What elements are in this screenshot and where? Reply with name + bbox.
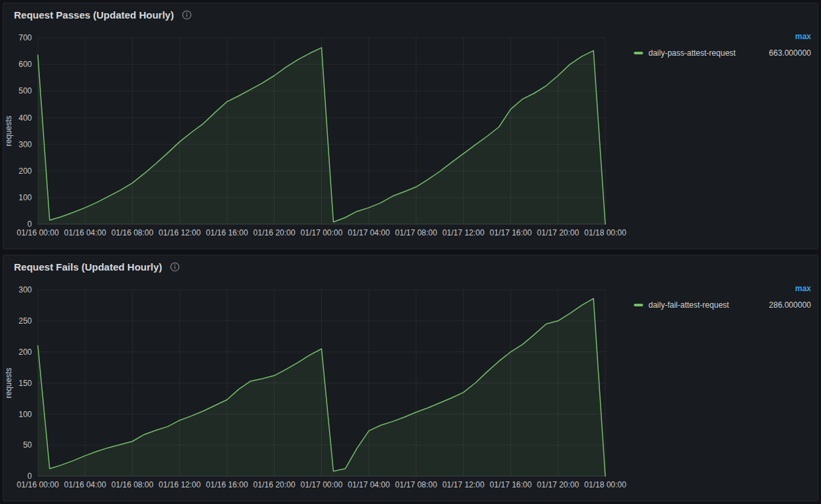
- svg-text:600: 600: [19, 60, 32, 69]
- svg-text:01/16 08:00: 01/16 08:00: [112, 480, 154, 489]
- svg-text:01/16 00:00: 01/16 00:00: [17, 480, 59, 489]
- time-series-chart[interactable]: 05010015020025030001/16 00:0001/16 04:00…: [3, 278, 634, 501]
- panel-title[interactable]: Request Passes (Updated Hourly): [14, 9, 174, 21]
- svg-text:requests: requests: [4, 367, 13, 398]
- legend-max-header[interactable]: max: [634, 284, 811, 293]
- series-max-value: 286.000000: [769, 298, 811, 312]
- grafana-dashboard: Request Passes (Updated Hourly) 01002003…: [0, 0, 821, 504]
- time-series-canvas[interactable]: 010020030040050060070001/16 00:0001/16 0…: [3, 27, 634, 241]
- svg-text:50: 50: [23, 440, 33, 450]
- svg-text:01/18 00:00: 01/18 00:00: [584, 480, 627, 489]
- svg-text:01/17 20:00: 01/17 20:00: [537, 228, 579, 237]
- panel-request-passes: Request Passes (Updated Hourly) 01002003…: [3, 3, 818, 249]
- svg-text:01/16 08:00: 01/16 08:00: [112, 228, 154, 237]
- time-series-chart[interactable]: 010020030040050060070001/16 00:0001/16 0…: [3, 26, 634, 249]
- svg-text:01/16 04:00: 01/16 04:00: [64, 228, 107, 237]
- svg-text:01/17 08:00: 01/17 08:00: [395, 480, 437, 489]
- time-series-canvas[interactable]: 05010015020025030001/16 00:0001/16 04:00…: [3, 279, 634, 493]
- panel-header: Request Passes (Updated Hourly): [3, 3, 818, 26]
- svg-text:200: 200: [19, 347, 32, 357]
- svg-text:01/17 16:00: 01/17 16:00: [490, 480, 532, 489]
- info-icon[interactable]: [182, 10, 192, 20]
- svg-text:01/17 20:00: 01/17 20:00: [537, 480, 579, 489]
- svg-text:200: 200: [19, 166, 32, 176]
- svg-text:01/17 04:00: 01/17 04:00: [348, 480, 390, 489]
- series-max-value: 663.000000: [769, 46, 811, 60]
- legend: max daily-pass-attest-request 663.000000: [634, 26, 818, 249]
- series-name[interactable]: daily-pass-attest-request: [648, 46, 735, 60]
- svg-text:100: 100: [19, 410, 32, 419]
- svg-text:01/16 12:00: 01/16 12:00: [159, 228, 201, 237]
- svg-text:500: 500: [19, 86, 32, 95]
- svg-text:250: 250: [19, 316, 32, 326]
- svg-text:01/17 00:00: 01/17 00:00: [301, 228, 343, 237]
- svg-text:400: 400: [19, 113, 32, 123]
- series-color-swatch: [634, 52, 643, 54]
- svg-text:100: 100: [19, 193, 32, 202]
- panel-header: Request Fails (Updated Hourly): [3, 255, 818, 278]
- svg-text:01/16 12:00: 01/16 12:00: [159, 480, 201, 489]
- info-icon[interactable]: [170, 262, 180, 272]
- svg-text:01/17 08:00: 01/17 08:00: [395, 228, 437, 237]
- svg-text:01/16 20:00: 01/16 20:00: [254, 480, 296, 489]
- panel-title[interactable]: Request Fails (Updated Hourly): [14, 261, 162, 273]
- svg-text:300: 300: [19, 140, 32, 149]
- svg-text:requests: requests: [4, 115, 13, 146]
- svg-text:01/18 00:00: 01/18 00:00: [584, 228, 627, 237]
- legend-row: daily-fail-attest-request 286.000000: [634, 298, 811, 312]
- svg-text:01/17 16:00: 01/17 16:00: [490, 228, 532, 237]
- svg-text:01/16 00:00: 01/16 00:00: [17, 228, 59, 237]
- svg-text:150: 150: [19, 379, 32, 388]
- panel-body: 010020030040050060070001/16 00:0001/16 0…: [3, 26, 818, 249]
- svg-text:300: 300: [19, 285, 32, 294]
- panel-request-fails: Request Fails (Updated Hourly) 050100150…: [3, 255, 818, 501]
- svg-text:01/17 04:00: 01/17 04:00: [348, 228, 390, 237]
- legend-max-header[interactable]: max: [634, 32, 811, 41]
- legend: max daily-fail-attest-request 286.000000: [634, 278, 818, 501]
- series-color-swatch: [634, 304, 643, 306]
- svg-text:01/16 16:00: 01/16 16:00: [206, 480, 248, 489]
- panel-body: 05010015020025030001/16 00:0001/16 04:00…: [3, 278, 818, 501]
- svg-text:700: 700: [19, 33, 32, 42]
- svg-text:01/16 04:00: 01/16 04:00: [64, 480, 107, 489]
- svg-text:01/17 12:00: 01/17 12:00: [443, 228, 485, 237]
- svg-text:01/16 20:00: 01/16 20:00: [254, 228, 296, 237]
- svg-text:01/17 12:00: 01/17 12:00: [443, 480, 485, 489]
- series-name[interactable]: daily-fail-attest-request: [648, 298, 729, 312]
- legend-row: daily-pass-attest-request 663.000000: [634, 46, 811, 60]
- svg-text:01/17 00:00: 01/17 00:00: [301, 480, 343, 489]
- svg-text:01/16 16:00: 01/16 16:00: [206, 228, 248, 237]
